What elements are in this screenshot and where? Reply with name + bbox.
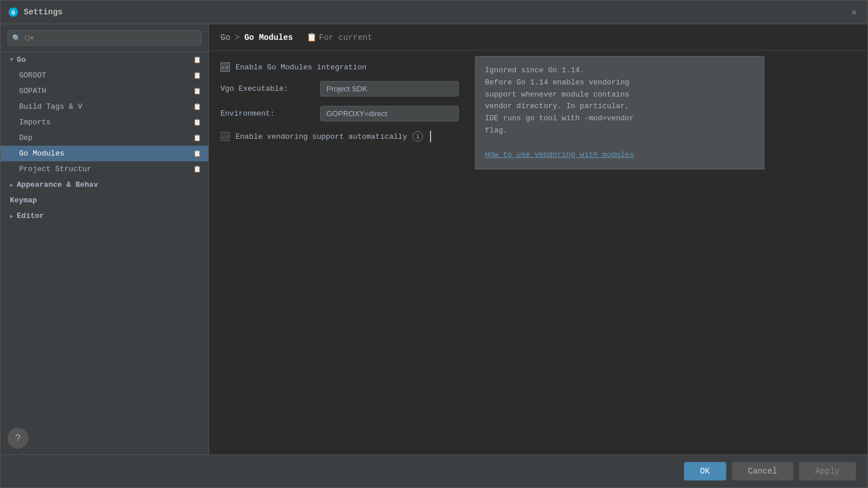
breadcrumb-separator: > <box>235 33 240 42</box>
tooltip-line-2: Before Go 1.14 enables vendoring <box>485 77 755 89</box>
tooltip-link[interactable]: How to use vendoring with modules <box>485 150 634 159</box>
title-bar: G Settings ✕ <box>1 1 867 24</box>
sidebar-label-imports: Imports <box>19 118 51 127</box>
copy-icon-project-structure: 📋 <box>193 165 201 173</box>
tooltip-line-1: Ignored since Go 1.14. <box>485 65 755 77</box>
search-input[interactable] <box>8 30 201 46</box>
sidebar-item-go-modules[interactable]: Go Modules 📋 <box>1 146 208 161</box>
copy-icon-gopath: 📋 <box>193 87 201 95</box>
settings-dialog: G Settings ✕ 🔍 ▼ Go 📋 <box>0 0 868 488</box>
environment-input[interactable] <box>320 106 459 121</box>
sidebar-label-build-tags: Build Tags & V <box>19 102 82 111</box>
copy-icon-goroot: 📋 <box>193 72 201 79</box>
dialog-body: 🔍 ▼ Go 📋 GOROOT 📋 GOPATH 📋 <box>1 24 867 454</box>
app-icon: G <box>8 6 19 18</box>
vgo-label: Vgo Executable: <box>220 84 313 93</box>
sidebar-label-go: Go <box>17 56 26 64</box>
breadcrumb-project: 📋 For current <box>307 32 372 42</box>
sidebar-item-imports[interactable]: Imports 📋 <box>1 114 208 130</box>
copy-icon-dep: 📋 <box>193 134 201 142</box>
copy-icon-go-modules: 📋 <box>193 150 201 157</box>
sidebar-label-gopath: GOPATH <box>19 87 46 95</box>
sidebar-label-editor: Editor <box>17 212 44 220</box>
sidebar-item-keymap[interactable]: Keymap <box>1 193 208 208</box>
sidebar-item-goroot[interactable]: GOROOT 📋 <box>1 68 208 83</box>
tooltip-popup: Ignored since Go 1.14. Before Go 1.14 en… <box>475 56 764 169</box>
nav-items: ▼ Go 📋 GOROOT 📋 GOPATH 📋 Build Tags & V … <box>1 52 208 422</box>
tooltip-line-5: IDE runs go tool with -mod=vendor <box>485 113 755 125</box>
info-icon[interactable]: ℹ <box>413 131 423 142</box>
help-button[interactable]: ? <box>8 428 28 449</box>
sidebar-item-dep[interactable]: Dep 📋 <box>1 130 208 146</box>
svg-text:G: G <box>12 10 15 16</box>
breadcrumb-parent: Go <box>220 33 230 42</box>
tooltip-line-4: vendor directory. In particular, <box>485 101 755 113</box>
environment-label: Environment: <box>220 109 313 118</box>
sidebar-item-appearance[interactable]: ▶ Appearance & Behav <box>1 177 208 193</box>
main-content: Go > Go Modules 📋 For current ✓ Enable G… <box>209 24 867 454</box>
cursor <box>430 131 431 142</box>
vgo-input[interactable] <box>320 81 459 97</box>
sidebar-label-goroot: GOROOT <box>19 71 46 80</box>
sidebar: 🔍 ▼ Go 📋 GOROOT 📋 GOPATH 📋 <box>1 24 209 454</box>
apply-button[interactable]: Apply <box>799 462 856 480</box>
sidebar-label-appearance: Appearance & Behav <box>17 180 98 189</box>
project-label: For current <box>319 33 372 42</box>
sidebar-item-editor[interactable]: ▶ Editor <box>1 208 208 224</box>
copy-icon-go: 📋 <box>193 56 201 64</box>
sidebar-footer: ? <box>1 422 208 454</box>
enable-modules-checkbox[interactable]: ✓ <box>220 62 230 72</box>
enable-vendoring-label: Enable vendoring support automatically <box>236 132 407 141</box>
copy-icon-imports: 📋 <box>193 119 201 126</box>
sidebar-label-keymap: Keymap <box>10 196 37 205</box>
dialog-title: Settings <box>24 8 843 17</box>
sidebar-item-build-tags[interactable]: Build Tags & V 📋 <box>1 99 208 114</box>
expand-icon-appearance: ▶ <box>10 182 13 188</box>
sidebar-label-go-modules: Go Modules <box>19 149 64 158</box>
tooltip-line-3: support whenever module contains <box>485 89 755 101</box>
search-icon: 🔍 <box>12 34 21 42</box>
enable-vendoring-checkbox[interactable]: ✓ <box>220 132 230 141</box>
tooltip-line-6: flag. <box>485 125 755 137</box>
sidebar-label-dep: Dep <box>19 134 32 142</box>
sidebar-item-project-structure[interactable]: Project Structur 📋 <box>1 161 208 177</box>
breadcrumb: Go > Go Modules 📋 For current <box>209 24 867 51</box>
enable-modules-label: Enable Go Modules integration <box>236 63 366 72</box>
expand-icon-editor: ▶ <box>10 213 13 220</box>
sidebar-item-gopath[interactable]: GOPATH 📋 <box>1 83 208 99</box>
sidebar-label-project-structure: Project Structur <box>19 165 91 173</box>
close-button[interactable]: ✕ <box>848 5 860 19</box>
expand-icon-go: ▼ <box>10 57 13 63</box>
footer: OK Cancel Apply <box>1 454 867 487</box>
cancel-button[interactable]: Cancel <box>732 462 793 480</box>
copy-icon-build-tags: 📋 <box>193 103 201 110</box>
project-icon: 📋 <box>307 32 317 42</box>
search-wrapper: 🔍 <box>8 30 201 46</box>
ok-button[interactable]: OK <box>684 462 726 480</box>
search-container: 🔍 <box>1 24 208 52</box>
breadcrumb-current: Go Modules <box>244 33 293 42</box>
sidebar-item-go[interactable]: ▼ Go 📋 <box>1 52 208 68</box>
